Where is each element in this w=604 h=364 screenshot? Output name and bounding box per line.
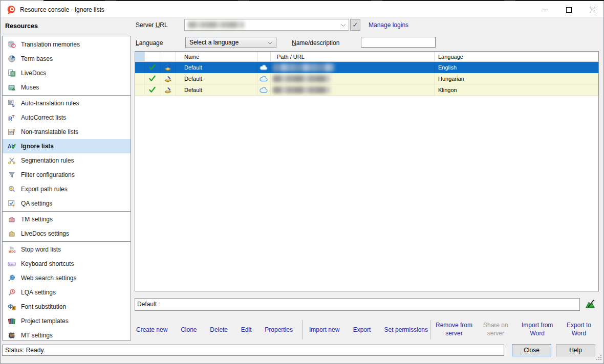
sidebar-item-project-templates[interactable]: Project templates bbox=[3, 314, 131, 328]
non-translatable-lists-icon: abc bbox=[7, 128, 16, 136]
clone-button[interactable]: Clone bbox=[181, 326, 197, 333]
description-box[interactable]: Default : bbox=[135, 298, 580, 311]
sidebar-item-ignore-lists[interactable]: Ab Ignore lists bbox=[3, 139, 131, 153]
language-select[interactable]: Select a language bbox=[185, 37, 276, 48]
sidebar-item-segmentation-rules[interactable]: Segmentation rules bbox=[3, 153, 131, 168]
ignore-list-resource-icon bbox=[160, 84, 176, 95]
command-group-edit: Create new Clone Delete Edit Properties bbox=[136, 321, 293, 339]
livedocs-settings-icon bbox=[7, 230, 16, 238]
import-new-button[interactable]: Import new bbox=[309, 326, 339, 333]
maximize-button[interactable] bbox=[557, 2, 580, 17]
sidebar-item-label: Term bases bbox=[21, 55, 53, 62]
help-button[interactable]: Help bbox=[556, 344, 595, 356]
project-templates-icon bbox=[7, 317, 16, 325]
header-name[interactable]: Name bbox=[176, 52, 257, 61]
cell-name: Default bbox=[176, 62, 257, 73]
checkmark-icon bbox=[145, 73, 160, 84]
close-button[interactable]: Close bbox=[512, 344, 551, 356]
sidebar-item-qa-settings[interactable]: QA settings bbox=[3, 196, 131, 211]
sidebar-item-lqa-settings[interactable]: LQA settings bbox=[3, 285, 131, 300]
table-header-row: Name Path / URL Language bbox=[135, 52, 598, 62]
qa-settings-icon bbox=[7, 199, 16, 208]
set-permissions-button[interactable]: Set permissions bbox=[384, 326, 428, 333]
minimize-button[interactable] bbox=[533, 2, 557, 17]
header-language[interactable]: Language bbox=[435, 52, 598, 61]
ignore-list-resource-icon bbox=[160, 73, 176, 84]
sidebar-item-label: Auto-translation rules bbox=[21, 100, 79, 107]
resource-table: Name Path / URL Language Default English bbox=[135, 51, 599, 291]
server-url-confirm-button[interactable]: ✓ bbox=[350, 19, 360, 31]
sidebar-item-label: Project templates bbox=[21, 317, 69, 325]
command-separator bbox=[430, 320, 430, 339]
livedocs-icon bbox=[7, 69, 16, 77]
sidebar-item-web-search-settings[interactable]: Web search settings bbox=[3, 271, 131, 285]
sidebar-item-tm-settings[interactable]: TM settings bbox=[3, 212, 131, 226]
export-to-word-button[interactable]: Export to Word bbox=[559, 322, 599, 337]
cell-name: Default bbox=[176, 73, 257, 84]
resources-heading: Resources bbox=[5, 22, 38, 30]
keyboard-shortcuts-icon bbox=[7, 260, 16, 268]
cloud-icon bbox=[257, 62, 271, 73]
name-description-input[interactable] bbox=[361, 37, 436, 48]
sidebar-separator bbox=[3, 241, 131, 242]
cell-name: Default bbox=[176, 84, 257, 95]
table-row[interactable]: Default Hungarian bbox=[135, 73, 598, 84]
row-selector-cell bbox=[135, 73, 145, 84]
remove-from-server-button[interactable]: Remove from server bbox=[434, 322, 474, 337]
export-button[interactable]: Export bbox=[353, 326, 371, 333]
muses-icon bbox=[7, 83, 16, 92]
sidebar-item-label: Non-translatable lists bbox=[21, 128, 78, 135]
header-selector-cell[interactable] bbox=[135, 52, 145, 61]
table-row[interactable]: Default English bbox=[135, 62, 598, 73]
sidebar-separator bbox=[3, 211, 131, 212]
resize-grip[interactable] bbox=[596, 355, 602, 362]
web-search-settings-icon bbox=[7, 274, 16, 282]
cloud-icon bbox=[257, 84, 271, 95]
sidebar-item-label: AutoCorrect lists bbox=[21, 114, 66, 121]
cell-path-redacted bbox=[271, 62, 435, 73]
sidebar-item-non-translatable-lists[interactable]: abc Non-translatable lists bbox=[3, 125, 131, 139]
sidebar-item-translation-memories[interactable]: Translation memories bbox=[3, 37, 131, 52]
manage-logins-link[interactable]: Manage logins bbox=[369, 21, 408, 29]
sidebar-item-muses[interactable]: Muses bbox=[3, 80, 131, 95]
server-url-combobox[interactable] bbox=[184, 19, 349, 31]
row-selector-cell bbox=[135, 62, 145, 73]
name-description-label: Name/description bbox=[292, 39, 339, 47]
sidebar-item-font-substitution[interactable]: Φ Font substitution bbox=[3, 300, 131, 314]
chevron-down-icon bbox=[341, 21, 346, 29]
table-row[interactable]: Default Klingon bbox=[135, 84, 598, 96]
sidebar-item-term-bases[interactable]: Term bases bbox=[3, 52, 131, 66]
edit-button[interactable]: Edit bbox=[241, 326, 252, 333]
header-check-cell[interactable] bbox=[145, 52, 160, 61]
stop-word-lists-icon: abc bbox=[7, 245, 16, 254]
import-from-word-button[interactable]: Import from Word bbox=[517, 322, 557, 337]
share-on-server-button: Share on server bbox=[476, 322, 515, 337]
properties-button[interactable]: Properties bbox=[265, 326, 293, 333]
svg-text:abc: abc bbox=[9, 249, 16, 254]
delete-button[interactable]: Delete bbox=[210, 326, 228, 333]
sidebar-item-mt-settings[interactable]: MT MT settings bbox=[3, 328, 131, 343]
minimize-icon bbox=[543, 7, 548, 13]
close-window-button[interactable] bbox=[580, 2, 604, 17]
header-path-url[interactable]: Path / URL bbox=[271, 52, 435, 61]
sidebar-item-label: Ignore lists bbox=[21, 143, 54, 150]
cell-path-redacted bbox=[271, 84, 435, 95]
sidebar-item-keyboard-shortcuts[interactable]: Keyboard shortcuts bbox=[3, 257, 131, 271]
header-icon-cell[interactable] bbox=[160, 52, 176, 61]
create-new-button[interactable]: Create new bbox=[136, 326, 167, 333]
command-separator bbox=[302, 320, 303, 339]
sidebar-item-livedocs[interactable]: LiveDocs bbox=[3, 66, 131, 80]
window-title: Resource console - Ignore lists bbox=[20, 6, 104, 13]
sidebar-item-livedocs-settings[interactable]: LiveDocs settings bbox=[3, 226, 131, 241]
export-path-rules-icon bbox=[7, 185, 16, 193]
cell-language: English bbox=[435, 62, 598, 73]
sidebar-item-filter-configurations[interactable]: Filter configurations bbox=[3, 168, 131, 182]
sidebar-item-stop-word-lists[interactable]: abc Stop word lists bbox=[3, 242, 131, 257]
sidebar-item-autocorrect-lists[interactable]: R T AutoCorrect lists bbox=[3, 110, 131, 125]
font-substitution-icon: Φ bbox=[7, 303, 16, 311]
sidebar-item-export-path-rules[interactable]: Export path rules bbox=[3, 182, 131, 196]
chevron-down-icon bbox=[268, 39, 272, 46]
sidebar-item-auto-translation-rules[interactable]: 5 Auto-translation rules bbox=[3, 96, 131, 110]
header-cloud-cell[interactable] bbox=[257, 52, 271, 61]
background-window-artifact bbox=[44, 0, 604, 1]
